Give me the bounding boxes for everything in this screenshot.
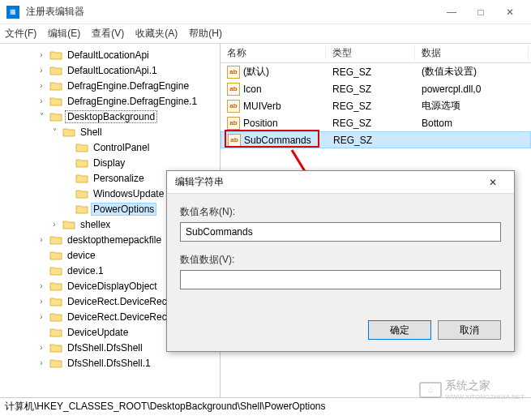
- tree-expand-icon[interactable]: ›: [36, 281, 47, 290]
- string-value-icon: ab: [227, 83, 240, 96]
- value-name-label: 数值名称(N):: [180, 205, 501, 219]
- ok-button[interactable]: 确定: [368, 320, 431, 340]
- menu-view[interactable]: 查看(V): [92, 27, 124, 41]
- tree-item-label: DeviceRect.DeviceRect.1: [65, 311, 180, 324]
- edit-string-dialog: 编辑字符串 ✕ 数值名称(N): 数值数据(V): 确定 取消: [166, 170, 515, 352]
- tree-item[interactable]: ›DefragEngine.DefragEngine.1: [0, 93, 220, 109]
- dialog-titlebar[interactable]: 编辑字符串 ✕: [167, 171, 514, 194]
- folder-icon: [49, 342, 62, 354]
- folder-icon: [49, 96, 62, 107]
- menu-file[interactable]: 文件(F): [5, 27, 36, 41]
- tree-item-label: device.1: [65, 264, 106, 277]
- tree-item-label: DeviceRect.DeviceRect: [65, 295, 172, 308]
- tree-expand-icon[interactable]: ›: [36, 235, 47, 244]
- cell-type: REG_SZ: [327, 135, 416, 146]
- value-name: SubCommands: [244, 135, 311, 146]
- list-row[interactable]: abPositionREG_SZBottom: [221, 114, 531, 131]
- tree-item[interactable]: ›DefaultLocationApi.1: [0, 62, 220, 78]
- value-data-label: 数值数据(V):: [180, 253, 501, 267]
- tree-item[interactable]: ›DefaultLocationApi: [0, 47, 220, 62]
- dialog-close-button[interactable]: ✕: [480, 177, 506, 188]
- tree-item-label: DefragEngine.DefragEngine: [65, 79, 191, 92]
- tree-expand-icon[interactable]: ›: [36, 96, 47, 105]
- value-name-input[interactable]: [180, 222, 501, 242]
- col-data[interactable]: 数据: [415, 46, 529, 60]
- folder-icon: [49, 111, 62, 122]
- window-title: 注册表编辑器: [26, 5, 437, 19]
- tree-item-label: ControlPanel: [91, 141, 152, 154]
- list-body: ab(默认)REG_SZ(数值未设置)abIconREG_SZpowercpl.…: [221, 63, 531, 148]
- dialog-title: 编辑字符串: [175, 175, 480, 189]
- folder-icon: [49, 265, 62, 276]
- string-value-icon: ab: [227, 66, 240, 79]
- folder-icon: [49, 311, 62, 323]
- cell-type: REG_SZ: [326, 84, 415, 95]
- value-data-input[interactable]: [180, 270, 501, 289]
- menubar: 文件(F) 编辑(E) 查看(V) 收藏夹(A) 帮助(H): [0, 24, 531, 44]
- folder-icon: [49, 281, 62, 292]
- tree-item-label: DefaultLocationApi.1: [65, 64, 160, 77]
- col-name[interactable]: 名称: [221, 46, 326, 60]
- folder-icon: [75, 142, 88, 153]
- cell-name: ab(默认): [221, 65, 326, 79]
- watermark-text: 系统之家: [445, 379, 525, 393]
- folder-icon: [75, 188, 88, 199]
- tree-expand-icon[interactable]: ›: [36, 50, 47, 59]
- tree-item[interactable]: ControlPanel: [0, 139, 220, 155]
- tree-item-label: DesktopBackground: [65, 110, 157, 123]
- cancel-button[interactable]: 取消: [438, 320, 501, 340]
- tree-item-label: DfsShell.DfsShell: [65, 341, 145, 354]
- tree-expand-icon[interactable]: ›: [36, 358, 47, 367]
- string-value-icon: ab: [227, 117, 240, 130]
- cell-data: 电源选项: [415, 99, 529, 113]
- tree-item-label: desktopthemepackfile: [65, 234, 164, 246]
- tree-item[interactable]: ˅Shell: [0, 124, 220, 139]
- tree-expand-icon[interactable]: ›: [36, 343, 47, 352]
- list-row[interactable]: ab(默认)REG_SZ(数值未设置): [221, 63, 531, 80]
- col-type[interactable]: 类型: [326, 46, 415, 60]
- tree-expand-icon[interactable]: ›: [49, 220, 60, 229]
- dialog-body: 数值名称(N): 数值数据(V):: [167, 194, 514, 312]
- menu-favorites[interactable]: 收藏夹(A): [135, 27, 178, 41]
- app-icon: ▦: [6, 6, 19, 19]
- folder-icon: [75, 157, 88, 169]
- tree-item[interactable]: Display: [0, 155, 220, 170]
- tree-expand-icon[interactable]: ›: [36, 81, 47, 90]
- cell-data: (数值未设置): [415, 65, 529, 79]
- tree-item[interactable]: ˅DesktopBackground: [0, 109, 220, 124]
- folder-icon: [49, 296, 62, 307]
- cell-name: abSubCommands: [221, 134, 327, 147]
- list-row[interactable]: abIconREG_SZpowercpl.dll,0: [221, 80, 531, 97]
- tree-item-label: device: [65, 249, 98, 262]
- tree-item-label: shellex: [78, 218, 113, 231]
- tree-item[interactable]: ›DefragEngine.DefragEngine: [0, 78, 220, 93]
- minimize-button[interactable]: —: [437, 1, 466, 24]
- list-row[interactable]: abMUIVerbREG_SZ电源选项: [221, 97, 531, 114]
- cell-type: REG_SZ: [326, 66, 415, 78]
- list-header: 名称 类型 数据: [221, 44, 531, 63]
- tree-expand-icon[interactable]: ›: [36, 66, 47, 75]
- folder-icon: [49, 49, 62, 61]
- close-button[interactable]: ✕: [495, 1, 525, 24]
- titlebar: ▦ 注册表编辑器 — □ ✕: [0, 0, 531, 24]
- cell-data: powercpl.dll,0: [415, 84, 529, 95]
- folder-icon: [75, 173, 88, 184]
- tree-expand-icon[interactable]: ›: [36, 312, 47, 321]
- cell-type: REG_SZ: [326, 118, 415, 129]
- tree-item-label: DfsShell.DfsShell.1: [65, 357, 153, 370]
- string-value-icon: ab: [227, 100, 240, 113]
- menu-help[interactable]: 帮助(H): [189, 27, 222, 41]
- maximize-button[interactable]: □: [466, 1, 495, 24]
- tree-item-label: WindowsUpdate: [91, 187, 166, 200]
- tree-expand-icon[interactable]: ˅: [49, 127, 60, 136]
- cell-data: Bottom: [415, 118, 529, 129]
- tree-expand-icon[interactable]: ˅: [36, 112, 47, 121]
- tree-expand-icon[interactable]: ›: [36, 297, 47, 306]
- tree-item-label: PowerOptions: [91, 203, 156, 216]
- value-name: (默认): [243, 65, 269, 79]
- menu-edit[interactable]: 编辑(E): [48, 27, 80, 41]
- tree-item-label: DeviceDisplayObject: [65, 280, 160, 293]
- list-row[interactable]: abSubCommandsREG_SZ: [221, 131, 531, 148]
- window-controls: — □ ✕: [437, 1, 525, 24]
- tree-item[interactable]: ›DfsShell.DfsShell.1: [0, 355, 220, 371]
